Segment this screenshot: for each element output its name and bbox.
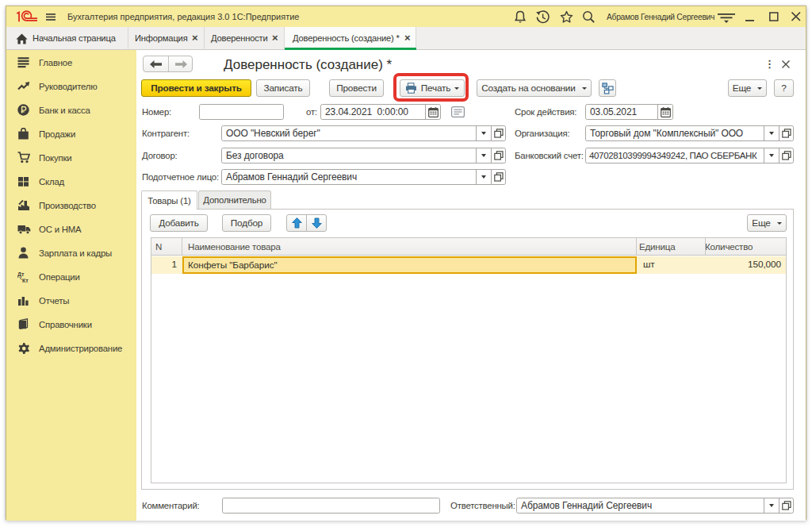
svg-text:Дт: Дт <box>17 271 25 278</box>
svg-text:Кт: Кт <box>22 278 29 283</box>
